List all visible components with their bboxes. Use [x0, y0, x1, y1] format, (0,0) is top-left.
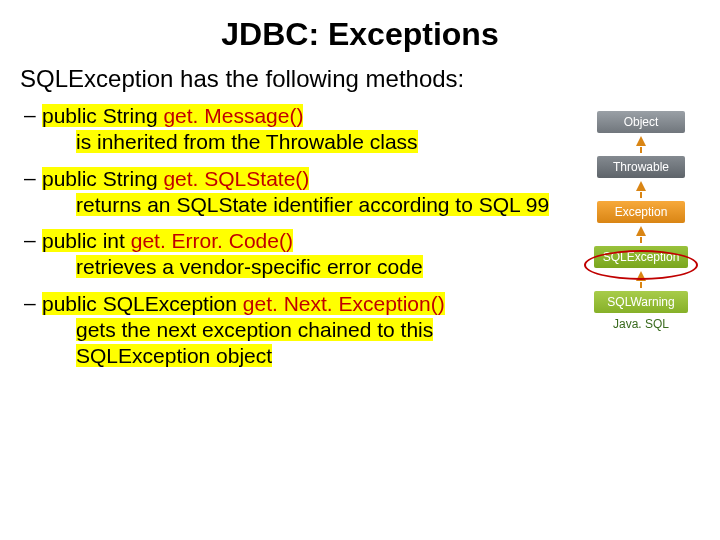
method-item: – public SQLException get. Next. Excepti… — [42, 291, 572, 370]
sig-prefix: public String — [42, 167, 163, 190]
arrow-stem-icon — [640, 192, 642, 198]
hierarchy-node: SQLException — [594, 246, 688, 268]
method-signature: public int get. Error. Code() — [42, 229, 293, 252]
method-item: – public String get. SQLState() returns … — [42, 166, 572, 219]
hierarchy-node: Object — [597, 111, 685, 133]
method-desc: gets the next exception chained to this … — [76, 318, 433, 367]
bullet-dash-icon: – — [24, 228, 36, 252]
arrow-stem-icon — [640, 147, 642, 153]
slide: JDBC: Exceptions SQLException has the fo… — [0, 0, 720, 540]
method-name: get. Error. Code() — [131, 229, 293, 252]
slide-subtitle: SQLException has the following methods: — [20, 65, 700, 93]
arrow-up-icon — [636, 226, 646, 236]
hierarchy-node: SQLWarning — [594, 291, 688, 313]
method-name: get. Message() — [163, 104, 303, 127]
bullet-dash-icon: – — [24, 166, 36, 190]
class-hierarchy-diagram: Object Throwable Exception SQLException … — [582, 103, 700, 379]
arrow-up-icon — [636, 181, 646, 191]
method-name: get. SQLState() — [163, 167, 309, 190]
sig-prefix: public SQLException — [42, 292, 243, 315]
methods-list: – public String get. Message() is inheri… — [20, 103, 572, 379]
arrow-stem-icon — [640, 282, 642, 288]
arrow-up-icon — [636, 136, 646, 146]
hierarchy-node: Exception — [597, 201, 685, 223]
method-signature: public SQLException get. Next. Exception… — [42, 292, 445, 315]
method-desc: retrieves a vendor-specific error code — [76, 255, 423, 278]
content-row: – public String get. Message() is inheri… — [20, 103, 700, 379]
method-signature: public String get. Message() — [42, 104, 303, 127]
method-name: get. Next. Exception() — [243, 292, 445, 315]
bullet-dash-icon: – — [24, 291, 36, 315]
bullet-dash-icon: – — [24, 103, 36, 127]
method-item: – public int get. Error. Code() retrieve… — [42, 228, 572, 281]
hierarchy-node: Throwable — [597, 156, 685, 178]
method-desc: is inherited from the Throwable class — [76, 130, 418, 153]
method-desc: returns an SQLState identifier according… — [76, 193, 549, 216]
sig-prefix: public int — [42, 229, 131, 252]
diagram-caption: Java. SQL — [582, 317, 700, 331]
method-item: – public String get. Message() is inheri… — [42, 103, 572, 156]
slide-title: JDBC: Exceptions — [20, 16, 700, 53]
arrow-stem-icon — [640, 237, 642, 243]
sig-prefix: public String — [42, 104, 163, 127]
method-signature: public String get. SQLState() — [42, 167, 309, 190]
arrow-up-icon — [636, 271, 646, 281]
